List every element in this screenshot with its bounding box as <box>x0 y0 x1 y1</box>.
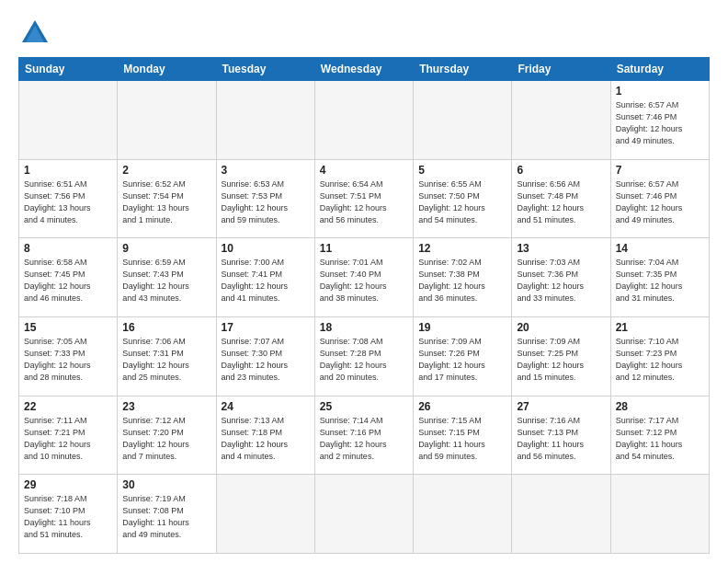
day-detail: Sunrise: 6:57 AMSunset: 7:46 PMDaylight:… <box>616 99 704 147</box>
calendar-header: SundayMondayTuesdayWednesdayThursdayFrid… <box>19 58 710 81</box>
calendar-cell: 28Sunrise: 7:17 AMSunset: 7:12 PMDayligh… <box>610 396 709 475</box>
day-detail: Sunrise: 7:09 AMSunset: 7:25 PMDaylight:… <box>517 336 605 384</box>
day-detail: Sunrise: 6:58 AMSunset: 7:45 PMDaylight:… <box>24 257 112 304</box>
day-detail: Sunrise: 7:03 AMSunset: 7:36 PMDaylight:… <box>517 257 605 304</box>
day-detail: Sunrise: 7:14 AMSunset: 7:16 PMDaylight:… <box>320 415 408 463</box>
logo-icon <box>18 17 51 50</box>
calendar-week-6: 29Sunrise: 7:18 AMSunset: 7:10 PMDayligh… <box>19 475 710 554</box>
day-detail: Sunrise: 6:52 AMSunset: 7:54 PMDaylight:… <box>122 178 210 226</box>
calendar-cell: 25Sunrise: 7:14 AMSunset: 7:16 PMDayligh… <box>314 396 413 475</box>
calendar-cell: 22Sunrise: 7:11 AMSunset: 7:21 PMDayligh… <box>19 396 118 475</box>
day-number: 22 <box>24 400 112 413</box>
day-number: 29 <box>24 478 112 491</box>
day-number: 4 <box>320 164 408 177</box>
calendar-cell: 20Sunrise: 7:09 AMSunset: 7:25 PMDayligh… <box>512 316 610 396</box>
calendar-cell: 1Sunrise: 6:51 AMSunset: 7:56 PMDaylight… <box>19 159 118 238</box>
day-detail: Sunrise: 7:04 AMSunset: 7:35 PMDaylight:… <box>616 257 704 304</box>
day-number: 28 <box>616 400 704 413</box>
calendar-cell: 23Sunrise: 7:12 AMSunset: 7:20 PMDayligh… <box>118 396 216 475</box>
day-detail: Sunrise: 6:56 AMSunset: 7:48 PMDaylight:… <box>517 178 605 226</box>
day-detail: Sunrise: 6:55 AMSunset: 7:50 PMDaylight:… <box>418 178 506 226</box>
day-number: 17 <box>222 321 310 334</box>
calendar-cell: 7Sunrise: 6:57 AMSunset: 7:46 PMDaylight… <box>610 159 709 238</box>
day-detail: Sunrise: 6:57 AMSunset: 7:46 PMDaylight:… <box>616 178 704 226</box>
day-detail: Sunrise: 7:06 AMSunset: 7:31 PMDaylight:… <box>122 336 210 384</box>
day-detail: Sunrise: 6:53 AMSunset: 7:53 PMDaylight:… <box>222 178 310 226</box>
day-number: 5 <box>418 164 506 177</box>
day-number: 10 <box>222 242 310 255</box>
day-number: 26 <box>418 400 506 413</box>
calendar-cell: 19Sunrise: 7:09 AMSunset: 7:26 PMDayligh… <box>414 316 512 396</box>
day-detail: Sunrise: 7:01 AMSunset: 7:40 PMDaylight:… <box>320 257 408 304</box>
day-number: 18 <box>320 321 408 334</box>
calendar-cell <box>414 475 512 554</box>
day-number: 27 <box>517 400 605 413</box>
calendar-cell <box>216 475 314 554</box>
day-number: 23 <box>122 400 210 413</box>
logo <box>18 17 55 50</box>
day-number: 21 <box>616 321 704 334</box>
day-detail: Sunrise: 7:16 AMSunset: 7:13 PMDaylight:… <box>517 415 605 463</box>
day-number: 1 <box>24 164 112 177</box>
calendar-cell: 16Sunrise: 7:06 AMSunset: 7:31 PMDayligh… <box>118 316 216 396</box>
calendar-cell: 13Sunrise: 7:03 AMSunset: 7:36 PMDayligh… <box>512 238 610 317</box>
day-detail: Sunrise: 7:11 AMSunset: 7:21 PMDaylight:… <box>24 415 112 463</box>
weekday-wednesday: Wednesday <box>314 58 413 81</box>
calendar-cell: 8Sunrise: 6:58 AMSunset: 7:45 PMDaylight… <box>19 238 118 317</box>
calendar-cell: 18Sunrise: 7:08 AMSunset: 7:28 PMDayligh… <box>314 316 413 396</box>
calendar-cell: 11Sunrise: 7:01 AMSunset: 7:40 PMDayligh… <box>314 238 413 317</box>
header <box>18 17 710 50</box>
calendar-cell: 27Sunrise: 7:16 AMSunset: 7:13 PMDayligh… <box>512 396 610 475</box>
day-number: 19 <box>418 321 506 334</box>
day-detail: Sunrise: 7:10 AMSunset: 7:23 PMDaylight:… <box>616 336 704 384</box>
calendar-table: SundayMondayTuesdayWednesdayThursdayFrid… <box>18 57 710 554</box>
weekday-tuesday: Tuesday <box>216 58 314 81</box>
calendar-cell <box>19 81 118 160</box>
calendar-body: 1Sunrise: 6:57 AMSunset: 7:46 PMDaylight… <box>19 81 710 554</box>
calendar-cell: 1Sunrise: 6:57 AMSunset: 7:46 PMDaylight… <box>610 81 709 160</box>
day-number: 25 <box>320 400 408 413</box>
day-detail: Sunrise: 7:05 AMSunset: 7:33 PMDaylight:… <box>24 336 112 384</box>
weekday-friday: Friday <box>512 58 610 81</box>
day-number: 7 <box>616 164 704 177</box>
day-detail: Sunrise: 7:08 AMSunset: 7:28 PMDaylight:… <box>320 336 408 384</box>
calendar-week-2: 1Sunrise: 6:51 AMSunset: 7:56 PMDaylight… <box>19 159 710 238</box>
calendar-week-4: 15Sunrise: 7:05 AMSunset: 7:33 PMDayligh… <box>19 316 710 396</box>
weekday-thursday: Thursday <box>414 58 512 81</box>
calendar-week-5: 22Sunrise: 7:11 AMSunset: 7:21 PMDayligh… <box>19 396 710 475</box>
day-detail: Sunrise: 7:00 AMSunset: 7:41 PMDaylight:… <box>222 257 310 304</box>
day-detail: Sunrise: 7:19 AMSunset: 7:08 PMDaylight:… <box>122 493 210 541</box>
calendar-cell: 29Sunrise: 7:18 AMSunset: 7:10 PMDayligh… <box>19 475 118 554</box>
calendar-cell: 10Sunrise: 7:00 AMSunset: 7:41 PMDayligh… <box>216 238 314 317</box>
day-number: 8 <box>24 242 112 255</box>
calendar-cell: 2Sunrise: 6:52 AMSunset: 7:54 PMDaylight… <box>118 159 216 238</box>
calendar-cell <box>118 81 216 160</box>
day-number: 13 <box>517 242 605 255</box>
day-detail: Sunrise: 6:59 AMSunset: 7:43 PMDaylight:… <box>122 257 210 304</box>
day-detail: Sunrise: 7:12 AMSunset: 7:20 PMDaylight:… <box>122 415 210 463</box>
calendar-cell <box>216 81 314 160</box>
day-number: 24 <box>222 400 310 413</box>
calendar-cell: 3Sunrise: 6:53 AMSunset: 7:53 PMDaylight… <box>216 159 314 238</box>
weekday-sunday: Sunday <box>19 58 118 81</box>
day-detail: Sunrise: 6:51 AMSunset: 7:56 PMDaylight:… <box>24 178 112 226</box>
day-number: 1 <box>616 85 704 98</box>
calendar-cell: 26Sunrise: 7:15 AMSunset: 7:15 PMDayligh… <box>414 396 512 475</box>
calendar-cell: 12Sunrise: 7:02 AMSunset: 7:38 PMDayligh… <box>414 238 512 317</box>
day-number: 2 <box>122 164 210 177</box>
weekday-monday: Monday <box>118 58 216 81</box>
calendar-cell <box>414 81 512 160</box>
day-number: 11 <box>320 242 408 255</box>
day-number: 30 <box>122 478 210 491</box>
day-detail: Sunrise: 7:09 AMSunset: 7:26 PMDaylight:… <box>418 336 506 384</box>
calendar-cell: 21Sunrise: 7:10 AMSunset: 7:23 PMDayligh… <box>610 316 709 396</box>
day-detail: Sunrise: 7:17 AMSunset: 7:12 PMDaylight:… <box>616 415 704 463</box>
calendar-cell: 24Sunrise: 7:13 AMSunset: 7:18 PMDayligh… <box>216 396 314 475</box>
page: SundayMondayTuesdayWednesdayThursdayFrid… <box>0 0 728 563</box>
day-number: 14 <box>616 242 704 255</box>
calendar-cell: 30Sunrise: 7:19 AMSunset: 7:08 PMDayligh… <box>118 475 216 554</box>
day-number: 3 <box>222 164 310 177</box>
day-detail: Sunrise: 7:15 AMSunset: 7:15 PMDaylight:… <box>418 415 506 463</box>
calendar-cell: 17Sunrise: 7:07 AMSunset: 7:30 PMDayligh… <box>216 316 314 396</box>
calendar-cell: 4Sunrise: 6:54 AMSunset: 7:51 PMDaylight… <box>314 159 413 238</box>
